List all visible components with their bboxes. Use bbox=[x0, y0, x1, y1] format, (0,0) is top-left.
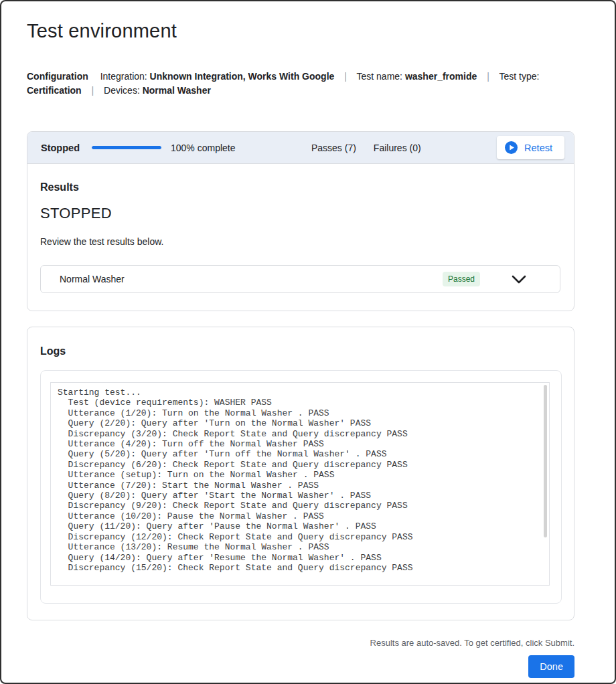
status-state-label: Stopped bbox=[41, 143, 80, 153]
config-item-devices: Devices: Normal Washer bbox=[104, 85, 211, 96]
done-button[interactable]: Done bbox=[528, 655, 574, 678]
results-section: Results STOPPED Review the test results … bbox=[27, 164, 574, 311]
failures-count: Failures (0) bbox=[374, 143, 421, 153]
config-separator: | bbox=[487, 71, 489, 82]
progress-bar-fill bbox=[92, 146, 161, 149]
results-description: Review the test results below. bbox=[40, 236, 560, 247]
progress-percent-label: 100% complete bbox=[171, 143, 236, 153]
autosave-note: Results are auto-saved. To get certified… bbox=[27, 638, 574, 648]
footer: Results are auto-saved. To get certified… bbox=[27, 638, 574, 678]
config-item-test-name: Test name: washer_fromide bbox=[357, 71, 477, 82]
logs-heading: Logs bbox=[40, 345, 562, 357]
device-row-right: Passed bbox=[443, 272, 526, 286]
status-bar: Stopped 100% complete Passes (7) Failure… bbox=[27, 132, 574, 164]
play-icon bbox=[505, 141, 518, 154]
page-title: Test environment bbox=[27, 20, 589, 42]
chevron-down-icon[interactable] bbox=[512, 275, 526, 284]
config-separator: | bbox=[344, 71, 347, 82]
log-container: Starting test... Test (device requiremen… bbox=[40, 370, 562, 604]
config-separator: | bbox=[92, 85, 94, 96]
results-status: STOPPED bbox=[40, 205, 560, 222]
log-scroll-area[interactable]: Starting test... Test (device requiremen… bbox=[50, 382, 550, 586]
log-scrollbar[interactable] bbox=[544, 385, 547, 537]
results-heading: Results bbox=[40, 181, 560, 193]
device-result-row[interactable]: Normal Washer Passed bbox=[40, 265, 560, 293]
status-badge: Passed bbox=[443, 272, 480, 286]
configuration-line: Configuration Integration: Unknown Integ… bbox=[27, 70, 576, 98]
retest-button-label: Retest bbox=[524, 143, 552, 153]
progress-bar bbox=[92, 146, 161, 149]
test-status-card: Stopped 100% complete Passes (7) Failure… bbox=[27, 131, 574, 311]
logs-card: Logs Starting test... Test (device requi… bbox=[27, 327, 574, 620]
log-text: Starting test... Test (device requiremen… bbox=[51, 383, 549, 578]
test-environment-window: Test environment Configuration Integrati… bbox=[0, 0, 616, 684]
configuration-label: Configuration bbox=[27, 71, 88, 82]
passes-count: Passes (7) bbox=[311, 143, 356, 153]
test-counts: Passes (7) Failures (0) bbox=[311, 143, 421, 153]
retest-button[interactable]: Retest bbox=[497, 136, 564, 159]
config-item-integration: Integration: Unknown Integration, Works … bbox=[100, 71, 335, 82]
device-name: Normal Washer bbox=[60, 274, 125, 284]
